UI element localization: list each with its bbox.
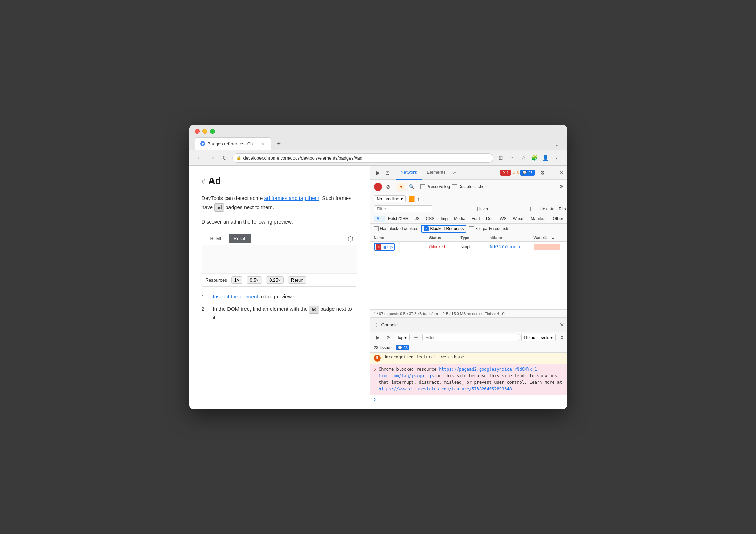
filter-button[interactable]: ▼ xyxy=(397,183,405,191)
invert-check[interactable] xyxy=(473,207,478,211)
disable-cache-checkbox[interactable]: Disable cache xyxy=(452,184,484,189)
sort-icon: ▲ xyxy=(551,236,555,240)
ad-badge-list: ad xyxy=(309,306,319,314)
console-header: ⋮ Console ✕ xyxy=(370,317,567,332)
error-link3-text[interactable]: tion.com/tag/js/gpt.js xyxy=(379,373,434,378)
throttle-select[interactable]: No throttling ▾ xyxy=(374,195,406,202)
tab-close-button[interactable]: ✕ xyxy=(260,140,266,147)
network-toolbar: ⊘ ▼ 🔍 Preserve log Disable cache ⚙ xyxy=(370,180,567,194)
maximize-button[interactable] xyxy=(210,129,215,134)
type-btn-media[interactable]: Media xyxy=(451,216,468,222)
has-blocked-check[interactable] xyxy=(374,226,379,231)
preview-tab-result[interactable]: Result xyxy=(229,234,251,243)
network-settings-icon[interactable]: ⚙ xyxy=(556,182,566,192)
type-btn-img[interactable]: Img xyxy=(438,216,450,222)
hide-data-urls-check[interactable] xyxy=(530,207,535,211)
bookmark-icon[interactable]: ☆ xyxy=(518,153,528,163)
address-input[interactable]: 🔒 developer.chrome.com/docs/devtools/ele… xyxy=(232,153,493,163)
browser-tab-active[interactable]: Badges reference - Chrome De ✕ xyxy=(195,137,271,150)
search-button[interactable]: 🔍 xyxy=(408,183,416,191)
type-btn-fetch[interactable]: Fetch/XHR xyxy=(385,216,411,222)
share-icon[interactable]: ↑ xyxy=(507,153,517,163)
blocked-requests-highlight: ✓ Blocked Requests xyxy=(421,225,467,233)
tab-expand-button[interactable]: ⌄ xyxy=(553,139,562,150)
preview-025x-btn[interactable]: 0.25× xyxy=(266,276,284,284)
forward-button[interactable]: → xyxy=(207,153,217,163)
download-icon[interactable]: ↓ xyxy=(423,196,425,202)
console-levels-dropdown[interactable]: Default levels ▾ xyxy=(521,334,556,341)
invert-label: Invert xyxy=(479,207,490,211)
type-btn-other[interactable]: Other xyxy=(550,216,566,222)
type-btn-all[interactable]: All xyxy=(374,216,385,222)
devtools-panel: ▶ ⊡ Network Elements » ✕ 1 ⚠ 6 💬 23 xyxy=(370,166,567,409)
console-stop-icon[interactable]: ⊘ xyxy=(384,333,393,342)
preview-tab-html[interactable]: HTML xyxy=(206,234,227,243)
third-party-check[interactable] xyxy=(469,226,474,231)
filter-input[interactable] xyxy=(374,205,432,212)
console-close-button[interactable]: ✕ xyxy=(558,321,566,329)
wifi-icon: 📶 xyxy=(409,196,415,202)
type-btn-font[interactable]: Font xyxy=(469,216,483,222)
refresh-button[interactable]: ↻ xyxy=(220,153,230,163)
stop-button[interactable]: ⊘ xyxy=(384,183,393,191)
console-input-prompt[interactable]: > xyxy=(370,395,567,404)
preview-1x-btn[interactable]: 1× xyxy=(231,276,243,284)
network-table-row[interactable]: JS gpt.js (blocked... script rNdGNYx?ani… xyxy=(370,242,567,252)
type-btn-wasm[interactable]: Wasm xyxy=(510,216,528,222)
devtools-settings-icon[interactable]: ⚙ xyxy=(538,168,547,178)
address-actions: ⊡ ↑ ☆ 🧩 👤 ⋮ xyxy=(496,153,562,163)
devtools-close-icon[interactable]: ✕ xyxy=(557,168,567,178)
minimize-button[interactable] xyxy=(202,129,207,134)
preview-rerun-btn[interactable]: Rerun xyxy=(288,276,306,284)
devtools-more-tabs[interactable]: » xyxy=(450,170,458,175)
row-type-cell: script xyxy=(461,244,489,249)
invert-checkbox[interactable]: Invert xyxy=(473,207,490,211)
para1-link1[interactable]: ad frames and tag them xyxy=(264,195,319,201)
devtools-cursor-icon[interactable]: ▶ xyxy=(373,168,383,178)
upload-icon[interactable]: ↑ xyxy=(417,196,420,202)
devtools-device-icon[interactable]: ⊡ xyxy=(383,168,393,178)
type-btn-manifest[interactable]: Manifest xyxy=(528,216,549,222)
devtools-more-icon[interactable]: ⋮ xyxy=(547,168,557,178)
waterfall-bar xyxy=(534,244,560,250)
type-btn-doc[interactable]: Doc xyxy=(483,216,496,222)
type-btn-js[interactable]: JS xyxy=(412,216,423,222)
issues-badge: 💬 23 xyxy=(396,345,409,350)
devtools-tab-network[interactable]: Network xyxy=(396,166,422,180)
type-btn-css[interactable]: CSS xyxy=(423,216,437,222)
console-filter-input[interactable] xyxy=(422,334,519,341)
error-link2[interactable]: rNdGNYx:1 xyxy=(514,367,537,372)
error-link1[interactable]: https://pagead2.googlesyndica xyxy=(439,367,512,372)
record-button[interactable] xyxy=(374,183,382,191)
extension-icon[interactable]: 🧩 xyxy=(530,153,539,163)
blocked-requests-check[interactable]: ✓ xyxy=(424,226,429,231)
disable-cache-check[interactable] xyxy=(452,184,457,189)
console-settings-icon[interactable]: ⚙ xyxy=(558,333,566,342)
new-tab-button[interactable]: + xyxy=(273,138,285,150)
devtools-tab-elements[interactable]: Elements xyxy=(422,166,450,180)
has-blocked-cookies-checkbox[interactable]: Has blocked cookies xyxy=(374,226,418,231)
type-btn-ws[interactable]: WS xyxy=(497,216,509,222)
preserve-log-check[interactable] xyxy=(420,184,425,189)
console-run-icon[interactable]: ▶ xyxy=(374,333,382,342)
hide-data-urls-checkbox[interactable]: Hide data URLs xyxy=(530,207,566,211)
console-top-dropdown[interactable]: top ▾ xyxy=(395,334,410,341)
profile-icon[interactable]: 👤 xyxy=(541,153,550,163)
close-button[interactable] xyxy=(195,129,200,134)
row-waterfall-cell xyxy=(534,244,566,250)
list-item-2: 2 In the DOM tree, find an element with … xyxy=(202,305,357,322)
row-name-highlight: JS gpt.js xyxy=(374,243,395,251)
error-badge: ✕ 1 xyxy=(500,170,511,176)
svg-point-1 xyxy=(202,143,204,145)
back-button[interactable]: ← xyxy=(195,153,204,163)
preview-cube-icon[interactable]: ⬡ xyxy=(348,235,353,243)
preserve-log-checkbox[interactable]: Preserve log xyxy=(420,184,450,189)
console-eye-icon[interactable]: 👁 xyxy=(412,333,420,342)
list-item-1-link[interactable]: Inspect the element xyxy=(213,293,258,299)
console-drag-handle[interactable]: ⋮ xyxy=(374,322,379,328)
menu-icon[interactable]: ⋮ xyxy=(552,153,562,163)
error-link3[interactable]: https://www.chromestatus.com/feature/573… xyxy=(379,387,512,391)
third-party-checkbox[interactable]: 3rd-party requests xyxy=(469,226,509,231)
cast-icon[interactable]: ⊡ xyxy=(496,153,506,163)
preview-05x-btn[interactable]: 0.5× xyxy=(247,276,262,284)
